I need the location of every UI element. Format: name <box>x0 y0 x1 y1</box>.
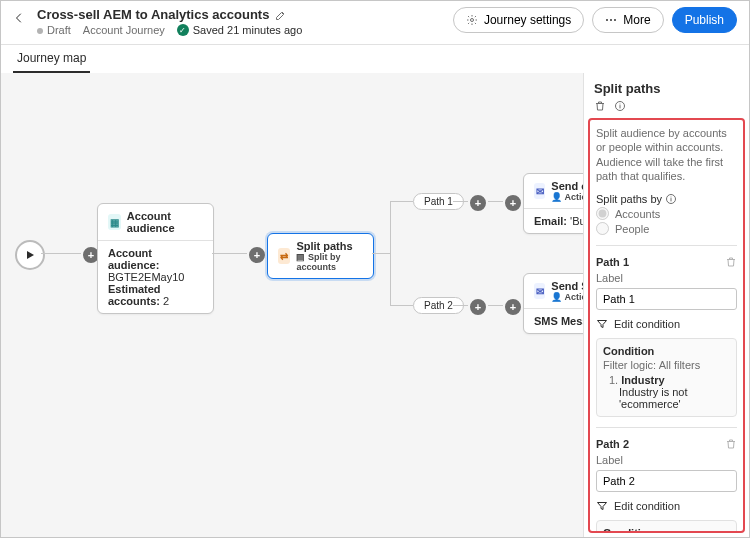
more-button[interactable]: ⋯ More <box>592 7 663 33</box>
svg-point-0 <box>470 19 473 22</box>
tab-bar: Journey map <box>1 45 749 74</box>
radio-accounts[interactable]: Accounts <box>596 207 737 220</box>
filter-icon <box>596 500 608 512</box>
play-button[interactable] <box>15 240 45 270</box>
play-icon <box>25 250 35 260</box>
panel-title: Split paths <box>594 81 739 96</box>
trash-icon[interactable] <box>725 256 737 268</box>
path-1-name: Path 1 <box>596 256 629 268</box>
back-button[interactable] <box>13 7 25 25</box>
path-card-1: Path 1 Label Edit condition Condition Fi… <box>596 245 737 417</box>
properties-panel: Split paths Split audience by accounts o… <box>583 73 749 537</box>
journey-type: Account Journey <box>83 24 165 36</box>
page-title: Cross-sell AEM to Analytics accounts <box>37 7 269 22</box>
publish-button[interactable]: Publish <box>672 7 737 33</box>
edit-icon[interactable] <box>275 9 287 21</box>
add-node-path2a[interactable]: + <box>468 297 488 317</box>
info-icon[interactable] <box>665 193 677 205</box>
radio-people[interactable]: People <box>596 222 737 235</box>
sms-action-icon: ✉ <box>534 283 545 299</box>
edit-condition-1[interactable]: Edit condition <box>596 318 737 330</box>
condition-box-1: Condition Filter logic: All filters 1. I… <box>596 338 737 417</box>
add-node-path2b[interactable]: + <box>503 297 523 317</box>
top-bar: Cross-sell AEM to Analytics accounts Dra… <box>1 1 749 45</box>
path-2-label-input[interactable] <box>596 470 737 492</box>
title-block: Cross-sell AEM to Analytics accounts Dra… <box>37 7 441 36</box>
condition-box-2: Condition Filter logic: All filters 1. I… <box>596 520 737 533</box>
split-by-label: Split paths by <box>596 193 662 205</box>
arrow-left-icon <box>13 12 25 24</box>
gear-icon <box>466 14 478 26</box>
email-action-icon: ✉ <box>534 183 545 199</box>
info-icon[interactable] <box>614 100 626 112</box>
check-icon: ✓ <box>177 24 189 36</box>
filter-icon <box>596 318 608 330</box>
edit-condition-2[interactable]: Edit condition <box>596 500 737 512</box>
add-node-2[interactable]: + <box>247 245 267 265</box>
saved-indicator: ✓ Saved 21 minutes ago <box>177 24 302 36</box>
panel-body: Split audience by accounts or people wit… <box>588 118 745 533</box>
path-card-2: Path 2 Label Edit condition Condition Fi… <box>596 427 737 533</box>
path-1-label-input[interactable] <box>596 288 737 310</box>
add-node-path1a[interactable]: + <box>468 193 488 213</box>
trash-icon[interactable] <box>594 100 606 112</box>
panel-description: Split audience by accounts or people wit… <box>596 126 737 183</box>
ellipsis-icon: ⋯ <box>605 13 617 27</box>
add-node-path1b[interactable]: + <box>503 193 523 213</box>
path-2-name: Path 2 <box>596 438 629 450</box>
trash-icon[interactable] <box>725 438 737 450</box>
split-icon: ⇄ <box>278 248 290 264</box>
node-split-paths[interactable]: ⇄ Split paths ▤ Split by accounts <box>267 233 374 279</box>
tab-journey-map[interactable]: Journey map <box>13 45 90 73</box>
node-account-audience[interactable]: ▦Account audience Account audience: BGTE… <box>97 203 214 314</box>
status-badge: Draft <box>37 24 71 36</box>
journey-settings-button[interactable]: Journey settings <box>453 7 584 33</box>
audience-icon: ▦ <box>108 214 121 230</box>
